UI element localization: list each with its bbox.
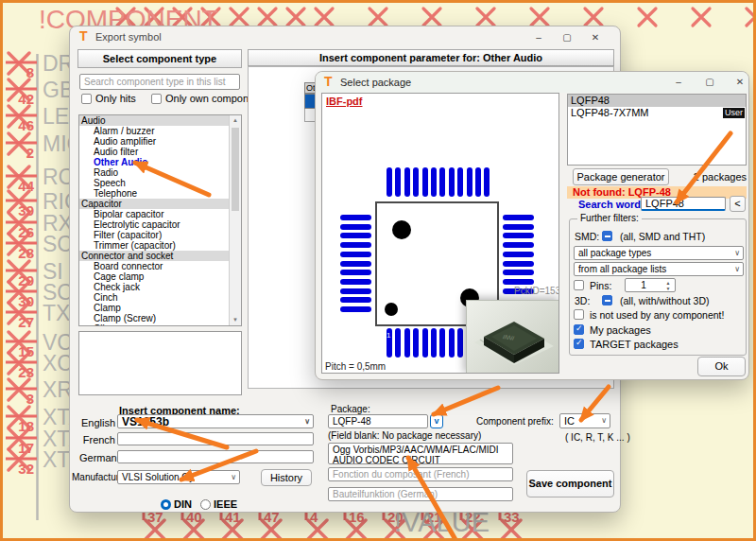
package-titlebar[interactable]: T Select package – ▢ ✕ — [316, 72, 748, 93]
minimize-icon[interactable]: – — [671, 75, 686, 89]
component-prefix-combo[interactable]: IC ∨ — [559, 413, 610, 428]
component-type-group[interactable]: Capacitor — [79, 199, 232, 209]
component-type-item[interactable]: Check jack — [79, 282, 242, 292]
french-name-field[interactable] — [117, 432, 314, 445]
component-type-list[interactable]: AudioAlarm / buzzerAudio amplifierAudio … — [78, 114, 242, 326]
footprint-pad — [387, 167, 392, 197]
component-prefix-value: IC — [564, 415, 575, 427]
component-type-item[interactable]: Electrolytic capacitor — [79, 219, 242, 230]
component-type-item[interactable]: Audio amplifier — [79, 136, 242, 147]
footprint-pad — [404, 167, 410, 197]
package-count-label: 2 packages — [677, 171, 747, 183]
package-types-select[interactable]: all package types∨ — [574, 246, 744, 260]
ibf-pdf-link[interactable]: IBF-pdf — [326, 96, 362, 107]
footprint-pad — [439, 167, 445, 197]
footprint-pad — [395, 328, 401, 358]
footprint-pad — [404, 328, 410, 358]
component-type-item[interactable]: Cinch — [79, 292, 242, 303]
manufacturer-value: VLSI Solution Oy — [122, 472, 194, 482]
component-prefix-hint: ( IC, R, T, K ... ) — [565, 432, 630, 443]
my-packages-checkbox[interactable] — [574, 324, 584, 335]
only-own-components-checkbox[interactable] — [151, 94, 162, 104]
pins-checkbox[interactable] — [574, 280, 584, 290]
package-list[interactable]: LQFP48LQFP48-7X7MMUser — [567, 94, 747, 166]
svg-text:LE: LE — [43, 104, 69, 129]
component-type-item[interactable]: Radio — [79, 167, 242, 178]
component-type-item[interactable]: Speech — [79, 178, 242, 188]
unused-checkbox[interactable] — [574, 309, 584, 320]
package-id-label: PckID=1534 — [514, 286, 559, 296]
component-type-search-input[interactable]: Search component type in this list — [79, 74, 240, 90]
spinner-down-icon[interactable]: ▼ — [662, 286, 674, 291]
component-type-item[interactable]: Cage clamp — [79, 271, 242, 282]
screenshot-canvas: !COMPONENT8DR42GB46LE2MIC44RC39RIG26RX28… — [0, 0, 756, 541]
chevron-down-icon[interactable]: ∨ — [601, 415, 607, 427]
export-titlebar[interactable]: T Export symbol – ▢ ✕ — [70, 26, 620, 47]
svg-text:3: 3 — [26, 391, 34, 407]
footprint-pad — [439, 328, 445, 358]
footprint-pad — [340, 252, 371, 257]
search-word-input[interactable]: LQFP48 — [641, 197, 726, 211]
package-list-item[interactable]: LQFP48 — [568, 95, 746, 107]
component-type-item[interactable]: Board connector — [79, 261, 242, 271]
scroll-down-icon[interactable]: ▼ — [230, 315, 241, 325]
footprint-pad — [422, 328, 428, 358]
chevron-down-icon[interactable]: ∨ — [734, 264, 740, 275]
footprint-pad — [395, 167, 401, 197]
chevron-down-icon[interactable]: ∨ — [304, 416, 310, 428]
scrollbar-thumb[interactable] — [232, 128, 239, 211]
search-back-button[interactable]: < — [730, 196, 746, 212]
package-generator-button[interactable]: Package generator — [573, 168, 669, 185]
target-packages-checkbox[interactable] — [574, 339, 584, 349]
component-type-item[interactable]: Bipolar capacitor — [79, 209, 242, 219]
component-type-item[interactable]: Clip — [79, 323, 242, 326]
din-radio[interactable] — [161, 499, 171, 510]
component-type-scrollbar[interactable]: ▲ ▼ — [229, 115, 241, 325]
close-icon[interactable]: ✕ — [588, 30, 603, 44]
function-french-field[interactable]: Fonction du composant (French) — [328, 467, 513, 481]
3d-checkbox[interactable] — [602, 295, 612, 305]
component-type-item[interactable]: Audio filter — [79, 147, 242, 157]
component-type-item[interactable]: Clamp — [79, 303, 242, 313]
pins-spinner[interactable]: 1▲▼ — [625, 278, 676, 292]
history-button[interactable]: History — [261, 469, 312, 486]
maximize-icon[interactable]: ▢ — [559, 30, 575, 44]
ok-button[interactable]: Ok — [697, 357, 746, 376]
footprint-pad — [431, 167, 437, 197]
english-name-combo[interactable]: VS1053b ∨ — [117, 414, 314, 428]
component-type-item[interactable]: Filter (capacitor) — [79, 230, 242, 240]
component-type-item[interactable]: Other Audio — [79, 157, 242, 167]
maximize-icon[interactable]: ▢ — [702, 75, 717, 89]
chevron-down-icon[interactable]: ∨ — [734, 248, 740, 259]
save-component-button[interactable]: Save component — [526, 470, 614, 497]
scroll-up-icon[interactable]: ▲ — [230, 115, 241, 126]
footprint-pad — [503, 279, 534, 285]
smd-checkbox[interactable] — [602, 231, 612, 241]
component-type-group[interactable]: Connector and socket — [79, 251, 232, 261]
component-type-group[interactable]: Audio — [79, 115, 232, 126]
german-name-field[interactable] — [117, 450, 314, 463]
component-type-item[interactable]: Clamp (Screw) — [79, 313, 242, 323]
component-type-item[interactable]: Alarm / buzzer — [79, 126, 242, 136]
close-icon[interactable]: ✕ — [732, 75, 747, 89]
footprint-pad — [503, 270, 534, 275]
component-type-item[interactable]: Telephone — [79, 188, 242, 199]
manufacturer-combo[interactable]: VLSI Solution Oy ∨ — [117, 470, 240, 484]
ieee-radio[interactable] — [200, 499, 211, 510]
footprint-pad — [457, 167, 463, 197]
chevron-down-icon[interactable]: ∨ — [231, 472, 236, 483]
package-field[interactable]: LQFP-48 — [328, 414, 428, 428]
minimize-icon[interactable]: – — [531, 30, 546, 44]
function-german-field[interactable]: Bauteilfunktion (German) — [328, 487, 513, 501]
description-field[interactable]: Ogg Vorbis/MP3/AAC/WMA/FLAC/MIDI AUDIO C… — [328, 443, 513, 464]
package-dropdown-button[interactable]: v — [430, 414, 443, 428]
package-list-item[interactable]: LQFP48-7X7MMUser — [568, 107, 746, 119]
footprint-pad — [413, 328, 419, 358]
chip-3d-icon: //\/\// — [467, 301, 559, 374]
package-lists-select[interactable]: from all package lists∨ — [574, 262, 744, 276]
component-type-hits-list[interactable] — [78, 331, 242, 395]
footprint-pad — [340, 215, 371, 220]
only-hits-checkbox[interactable] — [81, 94, 92, 104]
footprint-pad — [503, 261, 534, 267]
component-type-item[interactable]: Trimmer (capacitor) — [79, 240, 242, 251]
